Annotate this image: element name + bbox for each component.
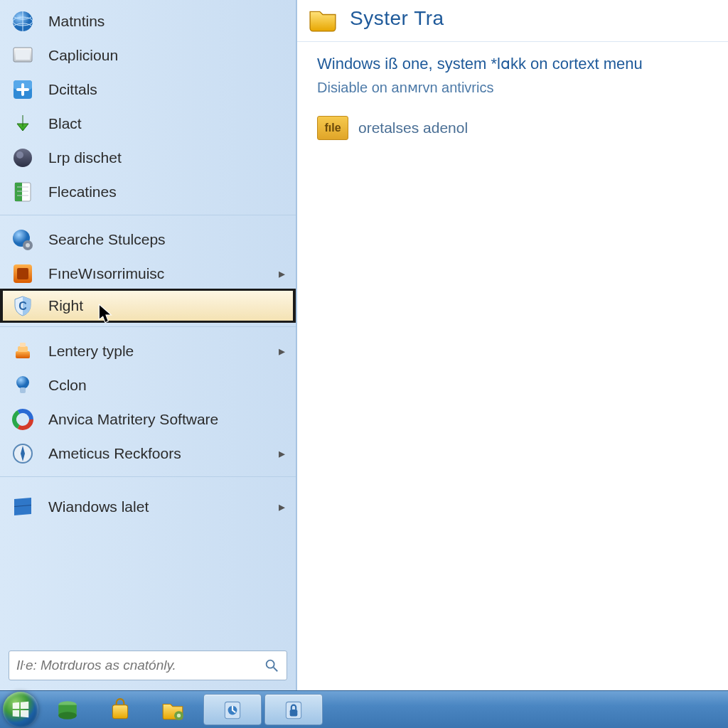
windows-logo-icon	[10, 699, 31, 720]
globe-blue-icon	[10, 9, 36, 34]
start-menu: MatntinsCapliciounDcittalsBlactLrp disch…	[0, 0, 297, 690]
menu-item-plus-blue[interactable]: Dcittals	[0, 73, 296, 107]
file-row[interactable]: fıle oretalses adenol	[317, 116, 708, 140]
menu-item-label: Ameticus Reckfoors	[48, 445, 279, 462]
menu-item-globe-blue[interactable]: Matntins	[0, 4, 296, 38]
menu-item-label: Anvica Matritery Software	[48, 411, 286, 428]
menu-item-label: Lrp dischet	[48, 149, 286, 166]
start-button[interactable]	[3, 692, 38, 727]
menu-item-orb-dark[interactable]: Lrp dischet	[0, 141, 296, 175]
search-input[interactable]	[16, 658, 264, 673]
menu-item-ring-rgb[interactable]: Anvica Matritery Software	[0, 402, 296, 437]
ring-rgb-icon	[10, 407, 36, 432]
plus-blue-icon	[10, 77, 36, 102]
menu-item-flag-win[interactable]: Wiandows lalet▸	[0, 490, 296, 524]
menu-item-label: Searche Stulceps	[48, 231, 286, 248]
menu-item-label: Caplicioun	[48, 47, 286, 64]
file-type-badge: fıle	[317, 116, 348, 140]
globe-gear-icon	[10, 227, 36, 252]
flag-win-icon	[10, 494, 36, 520]
content-body: Windows iß one, system *lɑkk on cortext …	[297, 42, 728, 153]
bag-yellow-icon	[108, 697, 132, 722]
taskbar-window-lock-blue[interactable]	[264, 694, 323, 725]
bucket-blue-icon	[220, 697, 245, 722]
menu-item-stack-orange[interactable]: Lentery typle▸	[0, 334, 296, 368]
menu-item-label: FıneWısorrimuisc	[48, 265, 279, 282]
content-pane: Syster Tra Windows iß one, system *lɑkk …	[297, 0, 728, 690]
taskbar-pin-bag-yellow[interactable]	[95, 694, 145, 725]
menu-item-label: Cclon	[48, 377, 286, 394]
folder-icon	[307, 3, 338, 34]
content-subtext: Disiable on anᴍrvn antivrics	[317, 79, 708, 96]
menu-item-globe-gear[interactable]: Searche Stulceps	[0, 223, 296, 257]
folder-gear-icon	[161, 697, 185, 722]
sheet-green-icon	[10, 179, 36, 205]
menu-item-label: Blact	[48, 115, 286, 132]
chevron-right-icon: ▸	[279, 446, 286, 461]
lock-blue-icon	[282, 697, 306, 722]
search-box[interactable]	[9, 651, 287, 680]
tile-orange-icon	[10, 261, 36, 287]
menu-item-label: Lentery typle	[48, 343, 279, 360]
taskbar-pin-drive-green[interactable]	[43, 694, 92, 725]
bulb-blue-icon	[10, 373, 36, 398]
orb-dark-icon	[10, 145, 36, 171]
menu-item-sheet-green[interactable]: Flecatines	[0, 175, 296, 209]
menu-group-programs-top: MatntinsCapliciounDcittalsBlactLrp disch…	[0, 0, 296, 215]
search-icon	[264, 658, 279, 673]
menu-item-label: Flecatines	[48, 183, 286, 200]
start-menu-search-area	[0, 643, 296, 690]
drive-green-icon	[55, 697, 80, 722]
screen-gray-icon	[10, 43, 36, 68]
page-title: Syster Tra	[350, 7, 444, 30]
menu-item-arrow-down-green[interactable]: Blact	[0, 107, 296, 141]
chevron-right-icon: ▸	[279, 499, 286, 515]
taskbar	[0, 690, 728, 728]
chevron-right-icon: ▸	[279, 343, 286, 359]
menu-item-label: Dcittals	[48, 81, 286, 98]
shield-c-icon	[10, 293, 36, 318]
arrow-down-green-icon	[10, 111, 36, 136]
taskbar-window-bucket-blue[interactable]	[203, 694, 262, 725]
compass-blue-icon	[10, 441, 36, 466]
content-heading: Windows iß one, system *lɑkk on cortext …	[317, 55, 708, 73]
taskbar-pin-folder-gear[interactable]	[148, 694, 198, 725]
menu-item-screen-gray[interactable]: Caplicioun	[0, 38, 296, 73]
menu-group-programs-bot: Wiandows lalet▸	[0, 477, 296, 643]
menu-item-tile-orange[interactable]: FıneWısorrimuisc▸	[0, 257, 296, 291]
menu-item-label: Right	[48, 297, 286, 314]
menu-group-programs-mid: Searche StulcepsFıneWısorrimuisc▸Right	[0, 215, 296, 327]
menu-item-shield-c[interactable]: Right	[0, 289, 296, 323]
file-name-label: oretalses adenol	[358, 119, 468, 136]
chevron-right-icon: ▸	[279, 266, 286, 282]
menu-item-label: Matntins	[48, 13, 286, 30]
content-header: Syster Tra	[297, 0, 728, 42]
stack-orange-icon	[10, 338, 36, 364]
menu-item-compass-blue[interactable]: Ameticus Reckfoors▸	[0, 437, 296, 471]
menu-item-bulb-blue[interactable]: Cclon	[0, 368, 296, 402]
menu-group-programs-low: Lentery typle▸CclonAnvica Matritery Soft…	[0, 327, 296, 477]
menu-item-label: Wiandows lalet	[48, 498, 279, 515]
